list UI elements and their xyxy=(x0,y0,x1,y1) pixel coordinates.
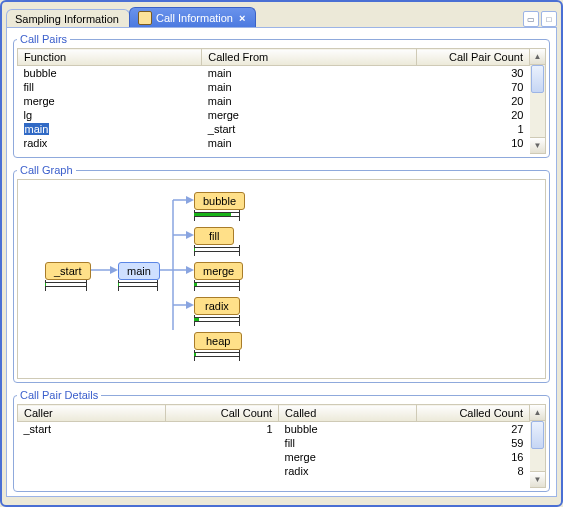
tab-label: Call Information xyxy=(156,12,233,24)
node-merge[interactable]: merge xyxy=(194,262,243,280)
node-radix[interactable]: radix xyxy=(194,297,240,315)
call-pair-details-table[interactable]: Caller Call Count Called Called Count _s… xyxy=(17,404,530,488)
svg-marker-9 xyxy=(186,266,194,274)
table-row[interactable]: bubblemain30 xyxy=(18,66,530,81)
bar-merge xyxy=(194,282,240,290)
table-row[interactable]: radix8 xyxy=(18,464,530,478)
table-row[interactable]: fillmain70 xyxy=(18,80,530,94)
tab-bar: Sampling Information Call Information × … xyxy=(6,5,557,27)
scroll-thumb[interactable] xyxy=(531,65,544,93)
call-graph-title: Call Graph xyxy=(17,164,76,176)
col-call-pair-count[interactable]: Call Pair Count xyxy=(417,49,530,66)
call-pairs-table[interactable]: Function Called From Call Pair Count bub… xyxy=(17,48,530,154)
col-called-from[interactable]: Called From xyxy=(202,49,417,66)
call-graph-group: Call Graph _start main bubble fill merge xyxy=(13,164,550,383)
table-row[interactable]: fill59 xyxy=(18,436,530,450)
maximize-view-button[interactable]: □ xyxy=(541,11,557,27)
call-pair-details-group: Call Pair Details Caller Call Count Call… xyxy=(13,389,550,492)
node-bubble[interactable]: bubble xyxy=(194,192,245,210)
node-fill[interactable]: fill xyxy=(194,227,234,245)
bar-bubble xyxy=(194,212,240,220)
close-tab-icon[interactable]: × xyxy=(237,12,247,24)
scroll-down-icon[interactable]: ▼ xyxy=(530,137,545,153)
details-scrollbar[interactable]: ▲ ▼ xyxy=(530,404,546,488)
bar-radix xyxy=(194,317,240,325)
panel-area: Call Pairs Function Called From Call Pai… xyxy=(6,27,557,497)
bar-main xyxy=(118,282,158,290)
table-row[interactable]: mergemain20 xyxy=(18,94,530,108)
scroll-down-icon[interactable]: ▼ xyxy=(530,471,545,487)
svg-marker-11 xyxy=(186,301,194,309)
col-called[interactable]: Called xyxy=(279,405,417,422)
tab-sampling-information[interactable]: Sampling Information xyxy=(6,9,130,27)
bar-heap xyxy=(194,352,240,360)
table-row[interactable]: merge16 xyxy=(18,450,530,464)
tab-controls: ▭ □ xyxy=(523,11,557,27)
call-info-icon xyxy=(138,11,152,25)
table-row[interactable]: lgmerge20 xyxy=(18,108,530,122)
call-pairs-scrollbar[interactable]: ▲ ▼ xyxy=(530,48,546,154)
node-main[interactable]: main xyxy=(118,262,160,280)
table-row[interactable]: main_start1 xyxy=(18,122,530,136)
tab-call-information[interactable]: Call Information × xyxy=(129,7,256,27)
node-start[interactable]: _start xyxy=(45,262,91,280)
scroll-up-icon[interactable]: ▲ xyxy=(530,405,545,421)
col-function[interactable]: Function xyxy=(18,49,202,66)
call-pairs-title: Call Pairs xyxy=(17,33,70,45)
bar-fill xyxy=(194,247,240,255)
col-call-count[interactable]: Call Count xyxy=(166,405,279,422)
graph-edges xyxy=(18,180,318,330)
col-caller[interactable]: Caller xyxy=(18,405,166,422)
col-called-count[interactable]: Called Count xyxy=(417,405,530,422)
call-graph-canvas[interactable]: _start main bubble fill merge radix heap xyxy=(17,179,546,379)
bar-start xyxy=(45,282,87,290)
scroll-thumb[interactable] xyxy=(531,421,544,449)
svg-marker-5 xyxy=(186,196,194,204)
node-heap[interactable]: heap xyxy=(194,332,242,350)
minimize-view-button[interactable]: ▭ xyxy=(523,11,539,27)
call-pair-details-title: Call Pair Details xyxy=(17,389,101,401)
table-row[interactable]: radixmain10 xyxy=(18,136,530,150)
table-row[interactable]: _start1bubble27 xyxy=(18,422,530,437)
svg-marker-1 xyxy=(110,266,118,274)
svg-marker-7 xyxy=(186,231,194,239)
scroll-up-icon[interactable]: ▲ xyxy=(530,49,545,65)
call-pairs-group: Call Pairs Function Called From Call Pai… xyxy=(13,33,550,158)
